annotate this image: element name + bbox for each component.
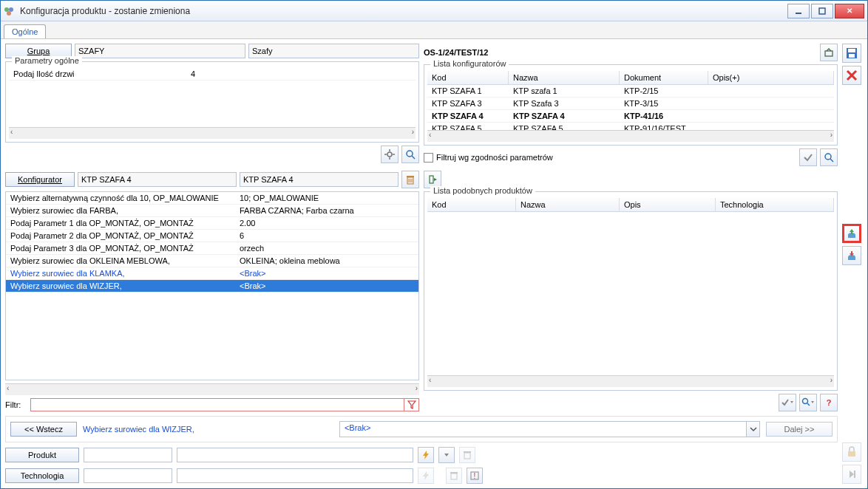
svg-point-21 bbox=[803, 399, 808, 404]
config-row[interactable]: Wybierz surowiec dla WIZJER,<Brak> bbox=[6, 280, 418, 293]
config-row[interactable]: Wybierz surowiec dla FARBA,FARBA CZARNA;… bbox=[6, 205, 418, 217]
config-row[interactable]: Wybierz alternatywną czynność dla 10, OP… bbox=[6, 192, 418, 205]
check-dropdown-icon[interactable] bbox=[779, 394, 796, 411]
param-row[interactable]: Podaj Ilość drzwi 4 bbox=[9, 68, 416, 81]
technologia-button[interactable]: Technologia bbox=[5, 468, 79, 483]
tab-general[interactable]: Ogólne bbox=[4, 24, 46, 38]
left-half: Grupa Parametry ogólne Podaj Ilość drzwi… bbox=[5, 44, 419, 166]
main-window: Konfiguracja produktu - zostanie zmienio… bbox=[0, 0, 868, 489]
svg-rect-34 bbox=[848, 451, 855, 456]
config-name-input[interactable] bbox=[240, 172, 399, 187]
config-row[interactable]: Wybierz surowiec dla KLAMKA,<Brak> bbox=[6, 267, 418, 280]
wizard-row: << Wstecz Wybierz surowiec dla WIZJER, <… bbox=[5, 416, 838, 442]
svg-rect-23 bbox=[464, 453, 470, 459]
os-label: OS-1/24/TEST/12 bbox=[424, 48, 817, 57]
minimize-button[interactable] bbox=[787, 4, 810, 18]
svg-point-13 bbox=[825, 154, 831, 160]
svg-rect-16 bbox=[407, 176, 414, 177]
config-code-input[interactable] bbox=[78, 172, 237, 187]
similar-grid[interactable]: Kod Nazwa Opis Technologia bbox=[427, 198, 834, 375]
trash-icon[interactable] bbox=[401, 171, 419, 188]
params-general-grid[interactable]: Podaj Ilość drzwi 4 bbox=[9, 68, 416, 127]
close-button[interactable]: ✕ bbox=[835, 4, 864, 18]
tech-name-input[interactable] bbox=[177, 468, 413, 483]
lightning-icon[interactable] bbox=[418, 447, 434, 463]
window-title: Konfiguracja produktu - zostanie zmienio… bbox=[20, 6, 787, 16]
config-row[interactable]: Podaj Parametr 2 dla OP_MONTAŻ, OP_MONTA… bbox=[6, 230, 418, 242]
similar-scroll[interactable]: ‹› bbox=[427, 375, 834, 387]
params-scroll[interactable]: ‹› bbox=[9, 127, 416, 139]
back-button[interactable]: << Wstecz bbox=[10, 422, 77, 437]
gear-icon[interactable] bbox=[381, 146, 399, 163]
next-button[interactable]: Dalej >> bbox=[766, 422, 833, 437]
check-icon[interactable] bbox=[799, 148, 817, 166]
group-name-input[interactable] bbox=[248, 44, 419, 58]
group-code-input[interactable] bbox=[75, 44, 245, 58]
lock-icon[interactable] bbox=[842, 442, 861, 462]
svg-rect-3 bbox=[796, 13, 801, 14]
config-left: Konfigurator Wybierz alternatywną czynno… bbox=[5, 171, 419, 411]
konfig-row[interactable]: KTP SZAFA 4KTP SZAFA 4KTP-41/16 bbox=[427, 110, 834, 123]
cancel-icon[interactable] bbox=[842, 66, 861, 85]
open-icon[interactable] bbox=[820, 44, 838, 61]
konfig-list-grid[interactable]: Kod Nazwa Dokument Opis(+) KTP SZAFA 1KT… bbox=[427, 71, 834, 130]
filter-label: Filtr: bbox=[5, 400, 27, 409]
similar-legend: Lista podobnych produktów bbox=[430, 186, 535, 195]
params-toolbar bbox=[5, 146, 419, 163]
config-table[interactable]: Wybierz alternatywną czynność dla 10, OP… bbox=[5, 191, 419, 380]
produkt-name-input[interactable] bbox=[177, 448, 413, 462]
svg-rect-25 bbox=[451, 473, 457, 479]
konfig-row[interactable]: KTP SZAFA 5KTP SZAFA 5KTP-91/16/TEST bbox=[427, 123, 834, 130]
konfig-row[interactable]: KTP SZAFA 1KTP szafa 1KTP-2/15 bbox=[427, 85, 834, 98]
tech-code-input[interactable] bbox=[84, 468, 172, 483]
config-scroll[interactable]: ‹› bbox=[5, 383, 419, 395]
svg-point-0 bbox=[4, 7, 9, 12]
search-icon[interactable] bbox=[401, 146, 419, 163]
lightning-dropdown-icon[interactable] bbox=[438, 447, 455, 463]
produkt-code-input[interactable] bbox=[84, 448, 172, 462]
svg-line-11 bbox=[412, 156, 415, 159]
svg-rect-24 bbox=[464, 451, 471, 453]
filter-clear-icon[interactable] bbox=[404, 399, 418, 411]
window-buttons: ✕ bbox=[787, 4, 864, 18]
svg-rect-4 bbox=[819, 8, 825, 14]
lightning-icon-2[interactable] bbox=[418, 468, 434, 484]
config-row[interactable]: Podaj Parametr 3 dla OP_MONTAŻ, OP_MONTA… bbox=[6, 242, 418, 255]
trash-icon-3[interactable] bbox=[446, 468, 462, 484]
params-general-fieldset: Parametry ogólne Podaj Ilość drzwi 4 ‹› bbox=[5, 61, 419, 143]
filter-text-input[interactable] bbox=[31, 399, 404, 411]
filter-row: Filtr: bbox=[5, 398, 419, 411]
configurator-button[interactable]: Konfigurator bbox=[5, 172, 75, 187]
save-icon[interactable] bbox=[842, 44, 861, 63]
konfig-list-fieldset: Lista konfiguratorów Kod Nazwa Dokument … bbox=[424, 64, 838, 146]
search-dropdown-icon[interactable] bbox=[799, 394, 817, 411]
similar-fieldset: Lista podobnych produktów Kod Nazwa Opis… bbox=[424, 191, 838, 391]
produkt-button[interactable]: Produkt bbox=[5, 448, 79, 462]
chevron-down-icon[interactable] bbox=[746, 422, 759, 437]
konfig-row[interactable]: KTP SZAFA 3KTP Szafa 3KTP-3/15 bbox=[427, 98, 834, 110]
svg-rect-12 bbox=[825, 51, 833, 56]
search-icon-2[interactable] bbox=[820, 148, 838, 166]
filter-input[interactable] bbox=[30, 398, 419, 411]
warning-icon[interactable]: ! bbox=[467, 468, 483, 484]
svg-rect-26 bbox=[450, 472, 458, 473]
params-general-legend: Parametry ogólne bbox=[12, 56, 82, 65]
right-half: OS-1/24/TEST/12 Lista konfiguratorów Kod… bbox=[424, 44, 838, 166]
svg-rect-30 bbox=[848, 49, 855, 52]
konfig-scroll[interactable]: ‹› bbox=[427, 130, 834, 142]
config-row[interactable]: Wybierz surowiec dla OKLEINA MEBLOWA,OKL… bbox=[6, 255, 418, 267]
side-toolbar bbox=[841, 44, 863, 484]
next-side-icon[interactable] bbox=[842, 465, 861, 484]
svg-point-1 bbox=[9, 7, 13, 12]
trash-icon-2[interactable] bbox=[459, 447, 475, 463]
config-row[interactable]: Podaj Parametr 1 dla OP_MONTAŻ, OP_MONTA… bbox=[6, 217, 418, 230]
upload-icon[interactable] bbox=[842, 224, 861, 243]
wizard-combo[interactable]: <Brak> bbox=[339, 421, 760, 437]
maximize-button[interactable] bbox=[811, 4, 833, 18]
help-icon[interactable]: ? bbox=[820, 394, 838, 411]
svg-line-14 bbox=[830, 159, 833, 162]
download-icon[interactable] bbox=[842, 246, 861, 265]
filter-params-row: Filtruj wg zgodności parametrów bbox=[424, 148, 838, 166]
filter-params-checkbox[interactable]: Filtruj wg zgodności parametrów bbox=[424, 153, 553, 163]
svg-rect-31 bbox=[849, 54, 855, 58]
